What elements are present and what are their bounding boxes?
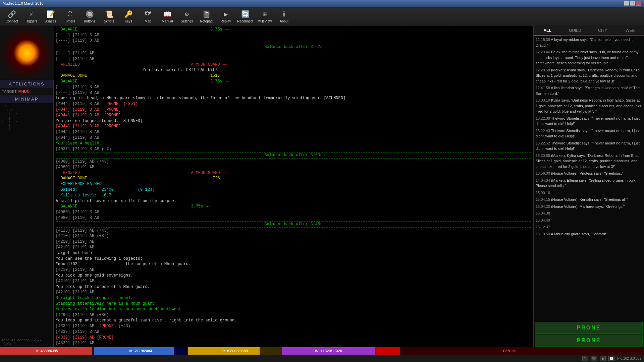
chat-text: (House Voltaire): Marharet says, "Greeti… [551, 204, 625, 208]
connect-icon: 🔗 [7, 9, 16, 19]
hp-bar: H: 4339/4395 [0, 347, 94, 355]
wp-bar: W: 11320/11320 [282, 347, 376, 355]
clock-icon[interactable]: 🕐 [608, 356, 614, 361]
aliases-label: Aliases [45, 19, 56, 23]
minimap-area: \ | \ / *---* | *---*---* | * Area 4: Mo… [0, 103, 53, 347]
terminal-line: [4080] [2119] AB [56, 165, 531, 170]
multiview-label: MultiView [258, 19, 272, 23]
terminal-line: [4296] [2119] AB (+86) [56, 312, 531, 318]
coord-info: N:0.162 S:0.002 [617, 357, 641, 360]
toolbar-scripts-button[interactable]: 📜Scripts [100, 8, 118, 25]
center-panel: You see exits leading north, southeast a… [54, 26, 533, 347]
chat-timestamp: 15.00.16 [536, 191, 550, 195]
toolbar-timers-button[interactable]: ⏱Timers [61, 8, 79, 25]
keys-label: Keys [125, 19, 132, 23]
chat-message: 13.22.52 Thelvoro Stonefist says, "I nev… [536, 140, 642, 152]
terminal-line: You bleed 4 health. [56, 141, 531, 146]
close-button[interactable]: × [636, 1, 641, 6]
manual-icon: 📖 [163, 9, 172, 19]
notepad-label: Notepad [200, 19, 213, 23]
toolbar-triggers-button[interactable]: ⚡Triggers [22, 8, 40, 25]
terminal-line: [----] [2119] AB [56, 56, 531, 62]
terminal-line: Balance back after 3.45s [56, 221, 531, 228]
chat-message: 13.03.10 Kylira says, "Darkness Reborn, … [536, 98, 642, 114]
replay-icon: ▶ [221, 9, 230, 19]
terminal-line: [----] [2119] AB [56, 51, 531, 56]
toolbar-settings-button[interactable]: ⚙Settings [178, 8, 196, 25]
terminal-line: BALANCE 3.75s →→ [56, 204, 531, 209]
chat-tab-web[interactable]: WEB [616, 26, 644, 35]
terminal-line: [4044] [2119] B AB [PRONE] [56, 107, 531, 113]
chat-message: 12.23.46 Belok, the mining chief says, "… [536, 49, 642, 66]
minimize-button[interactable]: − [624, 1, 629, 6]
chat-timestamp: 12.28.58 [536, 68, 550, 72]
toolbar-reconnect-button[interactable]: 🔄Reconnect [236, 8, 254, 25]
terminal-line: Gained: 23400 (0.12%) [56, 187, 531, 193]
timers-label: Timers [65, 19, 75, 23]
terminal-line: [4037] [2119] B AB (-7) [56, 146, 531, 152]
chat-tab-all[interactable]: ALL [534, 26, 561, 36]
terminal-line: [4339] [2119] AB [PRONE] [56, 335, 531, 341]
triggers-label: Triggers [25, 19, 37, 23]
toolbar-multiview-button[interactable]: ⊞MultiView [256, 8, 274, 25]
map-icon: 🗺 [143, 9, 153, 19]
camera-icon[interactable]: 📷 [591, 356, 597, 361]
chat-messages[interactable]: 12.15.36 A loyal myrmidon says, "Call fo… [534, 36, 644, 321]
toolbar-replay-button[interactable]: ▶Replay [217, 8, 235, 25]
terminal-line: You have scored a CRITICAL hit! [56, 67, 531, 73]
right-panel: ALLGUILDCITYWEB 12.15.36 A loyal myrmido… [533, 26, 644, 347]
scripts-label: Scripts [104, 19, 114, 23]
terminal-line: Straight track through a tunnel. [56, 295, 531, 301]
terminal-line: Balance back after 3.62s [56, 44, 531, 50]
toolbar-manual-button[interactable]: 📖Manual [158, 8, 176, 25]
terminal-output[interactable]: You see exits leading north, southeast a… [54, 26, 533, 347]
terminal-line: Target not here. [56, 250, 531, 256]
terminal-line: [4080] [2119] AB (+43) [56, 159, 531, 165]
manual-label: Manual [162, 19, 173, 23]
terminal-line: [4210] [2119] AB [56, 290, 531, 295]
chat-timestamp: 15.04.15 [536, 197, 550, 201]
target-label: TARGET: [2, 89, 17, 94]
toolbar-keys-button[interactable]: 🔑Keys [119, 8, 138, 25]
buttons-label: Buttons [84, 19, 95, 23]
replay-label: Replay [220, 19, 231, 23]
terminal-line: [----] [2119] B AB [56, 38, 531, 44]
terminal-line: [4339] [2119] AB [56, 341, 531, 346]
settings-icon: ⚙ [182, 9, 192, 19]
logo-glow [13, 40, 40, 66]
toolbar-buttons-button[interactable]: 🔘Buttons [80, 8, 99, 25]
toolbar-notepad-button[interactable]: 📓Notepad [197, 8, 215, 25]
chat-message: 13.56.00 (House Voltaire): Pirotess says… [536, 171, 642, 176]
chat-message: 12.41.58 A lich librarian says, "Strengt… [536, 85, 642, 96]
terminal-line: [4044] [2119] B AB [56, 135, 531, 141]
chat-message: 15.04.49 [536, 218, 642, 223]
toolbar-connect-button[interactable]: 🔗Connect [3, 8, 21, 25]
titlebar-title: Mudlet 1.1.0 March 2010 [3, 1, 44, 5]
terminal-line: [4210] [2119] AB [56, 239, 531, 245]
chat-tab-guild[interactable]: GUILD [561, 26, 589, 35]
terminal-line: You are no longer stunned. [STUNNED] [56, 118, 531, 124]
afflictions-section-label: AFFLICTIONS [0, 80, 53, 88]
chat-timestamp: 12.41.58 [536, 86, 550, 90]
toolbar: 🔗Connect⚡Triggers📝Aliases⏱Timers🔘Buttons… [0, 7, 644, 26]
grid-icon[interactable]: ⊞ [600, 356, 606, 361]
help-icon[interactable]: ? [582, 356, 588, 361]
terminal-line: FRENZIED A MHUN GUARD →→ [56, 170, 531, 176]
chat-message: 13.22.39 Thelvoro Stonefist says, "I nev… [536, 116, 642, 127]
chat-text: (Market): Kylira says, "Darkness Reborn,… [536, 68, 641, 83]
reconnect-icon: 🔄 [240, 9, 250, 19]
chat-tab-city[interactable]: CITY [589, 26, 616, 35]
chat-text: (Market): Kylira says, "Darkness Reborn,… [536, 154, 641, 169]
toolbar-aliases-button[interactable]: 📝Aliases [42, 8, 60, 25]
terminal-line: [4080] [2119] B AB [56, 209, 531, 215]
map-coords: -9:0:-4 [1, 342, 42, 346]
chat-timestamp: 15.04.20 [536, 204, 550, 208]
chat-message: 13.30.56 (Market): Kylira says, "Darknes… [536, 153, 642, 170]
terminal-line: EXPERIENCE GAINED [56, 181, 531, 187]
chat-timestamp: 13.03.10 [536, 98, 550, 102]
maximize-button[interactable]: □ [630, 1, 635, 6]
toolbar-about-button[interactable]: ℹAbout [275, 8, 293, 25]
toolbar-map-button[interactable]: 🗺Map [139, 8, 157, 25]
terminal-line: You leap up and attempt a graceful swan … [56, 318, 531, 323]
chat-timestamp: 15.12.37 [536, 225, 550, 229]
